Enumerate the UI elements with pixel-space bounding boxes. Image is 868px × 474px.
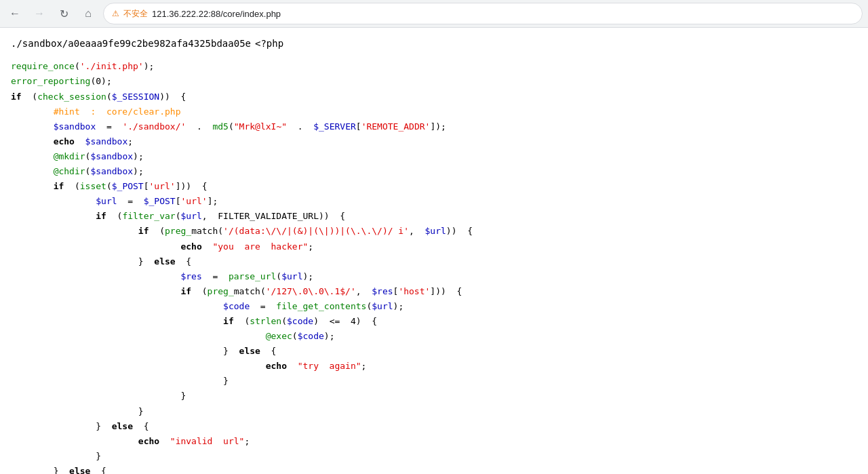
- code-block: require_once('./init.php'); error_report…: [11, 59, 857, 474]
- code-line-9: if (isset($_POST['url'])) {: [11, 179, 857, 194]
- code-line-4: #hint : core/clear.php: [11, 104, 857, 119]
- code-line-26: echo "invalid url";: [11, 434, 857, 449]
- code-line-14: } else {: [11, 254, 857, 269]
- breadcrumb-line: ./sandbox/a0eaaa9fe99c2be982afa4325bdaa0…: [11, 36, 857, 51]
- reload-button[interactable]: ↻: [54, 4, 73, 23]
- code-line-28: } else {: [11, 464, 857, 474]
- code-line-1: require_once('./init.php');: [11, 59, 857, 74]
- security-label: 不安全: [123, 8, 148, 20]
- code-line-22: }: [11, 374, 857, 389]
- code-line-27: }: [11, 449, 857, 464]
- code-line-17: $code = file_get_contents($url);: [11, 299, 857, 314]
- home-button[interactable]: ⌂: [79, 4, 98, 23]
- code-line-11: if (filter_var($url, FILTER_VALIDATE_URL…: [11, 209, 857, 224]
- code-line-15: $res = parse_url($url);: [11, 269, 857, 284]
- browser-chrome: ← → ↻ ⌂ ⚠ 不安全 121.36.222.22:88/core/inde…: [0, 0, 868, 28]
- code-line-19: @exec($code);: [11, 329, 857, 344]
- code-line-23: }: [11, 389, 857, 403]
- url-display: 121.36.222.22:88/core/index.php: [152, 9, 854, 19]
- code-line-20: } else {: [11, 344, 857, 359]
- code-line-5: $sandbox = './sandbox/' . md5("Mrk@lxI~"…: [11, 119, 857, 134]
- code-line-24: }: [11, 404, 857, 419]
- code-line-21: echo "try again";: [11, 359, 857, 374]
- code-line-7: @mkdir($sandbox);: [11, 149, 857, 164]
- code-line-3: if (check_session($_SESSION)) {: [11, 90, 857, 104]
- page-content: ./sandbox/a0eaaa9fe99c2be982afa4325bdaa0…: [0, 28, 868, 474]
- code-line-25: } else {: [11, 419, 857, 434]
- code-line-10: $url = $_POST['url'];: [11, 194, 857, 209]
- forward-button[interactable]: →: [30, 4, 49, 23]
- php-open-tag: <?php: [255, 36, 283, 51]
- code-line-13: echo "you are hacker";: [11, 239, 857, 254]
- back-button[interactable]: ←: [5, 4, 24, 23]
- code-line-16: if (preg_match('/127\.0\.0\.1$/', $res['…: [11, 284, 857, 299]
- code-line-18: if (strlen($code) <= 4) {: [11, 314, 857, 329]
- code-line-6: echo $sandbox;: [11, 134, 857, 149]
- file-path: ./sandbox/a0eaaa9fe99c2be982afa4325bdaa0…: [11, 36, 251, 51]
- nav-bar: ← → ↻ ⌂ ⚠ 不安全 121.36.222.22:88/core/inde…: [0, 0, 868, 27]
- address-bar[interactable]: ⚠ 不安全 121.36.222.22:88/core/index.php: [103, 3, 863, 24]
- code-line-2: error_reporting(0);: [11, 74, 857, 89]
- security-icon: ⚠: [112, 9, 119, 18]
- code-line-8: @chdir($sandbox);: [11, 164, 857, 179]
- code-line-12: if (preg_match('/(data:\/\/|(&)|(\|))|(\…: [11, 224, 857, 239]
